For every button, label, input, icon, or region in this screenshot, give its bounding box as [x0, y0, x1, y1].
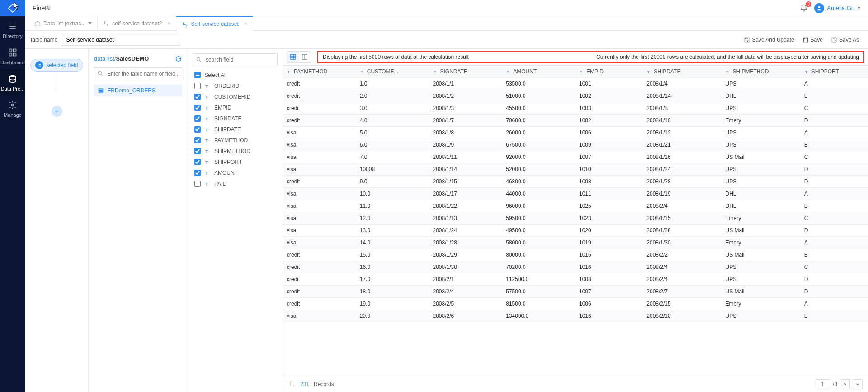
field-checkbox[interactable]: [194, 94, 201, 100]
tab-self-service-2[interactable]: self-service dataset2 ×: [98, 16, 176, 30]
field-checkbox[interactable]: [194, 83, 201, 89]
tab-data-list[interactable]: Data list (extrac...: [29, 16, 98, 30]
table-row[interactable]: credit2.02008/1/251000.010022008/1/14DHL…: [283, 90, 868, 102]
table-name-input[interactable]: [62, 34, 179, 46]
table-row[interactable]: visa14.02008/1/2858000.010192008/1/30Eme…: [283, 237, 868, 249]
text-type-icon: T: [579, 69, 585, 75]
field-row[interactable]: TPAYMETHOD: [193, 135, 283, 146]
search-icon: [196, 57, 202, 63]
field-row[interactable]: TSIGNDATE: [193, 113, 283, 124]
save-button[interactable]: Save: [802, 37, 823, 43]
flow-connector: [57, 74, 57, 88]
table-cell: 1016: [576, 261, 643, 273]
field-checkbox[interactable]: [194, 115, 201, 122]
field-row[interactable]: TSHIPDATE: [193, 124, 283, 135]
close-icon[interactable]: ×: [244, 21, 247, 27]
svg-text:T: T: [434, 70, 436, 74]
page-prev-button[interactable]: [840, 379, 850, 389]
table-row[interactable]: credit18.02008/2/457500.010072008/2/7US …: [283, 286, 868, 298]
table-row[interactable]: credit9.02008/1/1546800.010082008/1/28UP…: [283, 176, 868, 188]
nav-dashboard[interactable]: Dashboard: [0, 43, 25, 69]
data-table-scroll[interactable]: TPAYMETHODTCUSTOME...TSIGNDATETAMOUNTTEM…: [283, 65, 868, 376]
field-checkbox[interactable]: [194, 181, 201, 187]
table-cell: 2008/2/10: [643, 310, 722, 322]
table-search-input[interactable]: [94, 67, 182, 80]
field-checkbox[interactable]: [194, 148, 201, 154]
nav-directory[interactable]: Directory: [0, 16, 25, 43]
nav-manage-label: Manage: [0, 112, 25, 118]
field-row[interactable]: TSHIPPORT: [193, 157, 283, 167]
table-row[interactable]: visa100082008/1/1452000.010102008/1/24UP…: [283, 163, 868, 176]
table-row[interactable]: credit17.02008/2/1112500.010082008/2/4UP…: [283, 273, 868, 286]
field-row[interactable]: TCUSTOMERID: [193, 91, 283, 102]
save-as-button[interactable]: Save As: [831, 37, 859, 43]
table-row[interactable]: credit3.02008/1/345500.010032008/1/8UPSC: [283, 102, 868, 115]
source-table-item[interactable]: FRDemo_ORDERS: [94, 85, 182, 96]
field-row[interactable]: TEMPID: [193, 102, 283, 113]
user-menu[interactable]: Amelia.Gu: [814, 3, 861, 13]
table-cell: 2008/1/30: [643, 237, 722, 249]
page-next-button[interactable]: [853, 379, 863, 389]
table-row[interactable]: visa10.02008/1/1744000.010112008/1/19DHL…: [283, 188, 868, 200]
field-checkbox[interactable]: [194, 105, 201, 111]
table-cell: visa: [283, 188, 356, 200]
column-header[interactable]: TEMPID: [576, 66, 643, 78]
table-row[interactable]: credit4.02008/1/770600.010022008/1/10Eme…: [283, 115, 868, 127]
field-search-input[interactable]: [193, 53, 278, 66]
column-header[interactable]: TCUSTOME...: [356, 66, 429, 78]
field-checkbox[interactable]: [194, 126, 201, 133]
save-as-icon: [831, 37, 837, 43]
nav-data-preparation[interactable]: Data Pre...: [0, 69, 25, 95]
column-header[interactable]: TAMOUNT: [502, 66, 576, 78]
table-row[interactable]: visa7.02008/1/1192000.010072008/1/16US M…: [283, 151, 868, 163]
app-logo[interactable]: [0, 0, 25, 16]
grid-view-button[interactable]: [287, 52, 299, 62]
table-row[interactable]: visa5.02008/1/826000.010062008/1/12UPSA: [283, 127, 868, 139]
field-row[interactable]: TAMOUNT: [193, 167, 283, 178]
column-header[interactable]: TSHIPMETHOD: [722, 66, 800, 78]
table-row[interactable]: credit1.02008/1/153500.010012008/1/4UPSA: [283, 78, 868, 90]
column-header[interactable]: TSHIPDATE: [643, 66, 722, 78]
action-label: Save As: [839, 37, 859, 43]
notifications-button[interactable]: 3: [800, 4, 808, 12]
table-db-icon: [98, 87, 104, 94]
page-input[interactable]: [816, 379, 830, 389]
column-header[interactable]: TSIGNDATE: [429, 66, 503, 78]
select-all-checkbox[interactable]: [194, 72, 201, 78]
refresh-icon[interactable]: [175, 55, 182, 62]
table-row[interactable]: credit15.02008/1/2980000.010152008/2/2US…: [283, 249, 868, 261]
field-row[interactable]: TSHIPMETHOD: [193, 146, 283, 157]
column-header[interactable]: TPAYMETHOD: [283, 66, 356, 78]
table-row[interactable]: visa6.02008/1/967500.010092008/1/21UPSB: [283, 139, 868, 151]
field-name: CUSTOMERID: [214, 94, 250, 100]
tab-self-service-active[interactable]: Self-service dataset ×: [176, 16, 253, 30]
table-row[interactable]: credit19.02008/2/581500.010062008/2/15Em…: [283, 298, 868, 310]
text-type-icon: T: [204, 105, 211, 111]
flow-node-selected-field[interactable]: selected field: [30, 59, 83, 72]
field-checkbox[interactable]: [194, 159, 201, 165]
table-row[interactable]: visa20.02008/2/6134000.010162008/2/10UPS…: [283, 310, 868, 322]
table-cell: 2008/2/15: [643, 298, 722, 310]
table-cell: 2008/1/24: [643, 163, 722, 176]
table-cell: 1001: [576, 78, 643, 90]
table-row[interactable]: visa13.02008/1/2449500.010202008/1/28US …: [283, 225, 868, 237]
field-row[interactable]: TORDERID: [193, 81, 283, 91]
save-and-update-button[interactable]: Save And Update: [744, 37, 794, 43]
table-row[interactable]: visa11.02008/1/2296000.010252008/2/4DHLB: [283, 200, 868, 212]
nav-manage[interactable]: Manage: [0, 95, 25, 121]
table-cell: 70600.0: [502, 115, 576, 127]
table-row[interactable]: credit16.02008/1/3070200.010162008/2/4UP…: [283, 261, 868, 273]
svg-line-23: [101, 74, 103, 76]
column-header[interactable]: TSHIPPORT: [801, 66, 868, 78]
field-row[interactable]: TPAID: [193, 178, 283, 189]
select-all-fields[interactable]: Select All: [193, 70, 283, 81]
table-cell: visa: [283, 212, 356, 225]
text-type-icon: T: [506, 69, 511, 75]
field-checkbox[interactable]: [194, 170, 201, 176]
add-step-button[interactable]: +: [52, 106, 62, 117]
table-row[interactable]: visa12.02008/1/1359500.010232008/1/15Eme…: [283, 212, 868, 225]
close-icon[interactable]: ×: [167, 20, 170, 27]
field-checkbox[interactable]: [194, 137, 201, 143]
detail-view-button[interactable]: [299, 52, 311, 62]
svg-text:T: T: [507, 70, 509, 74]
